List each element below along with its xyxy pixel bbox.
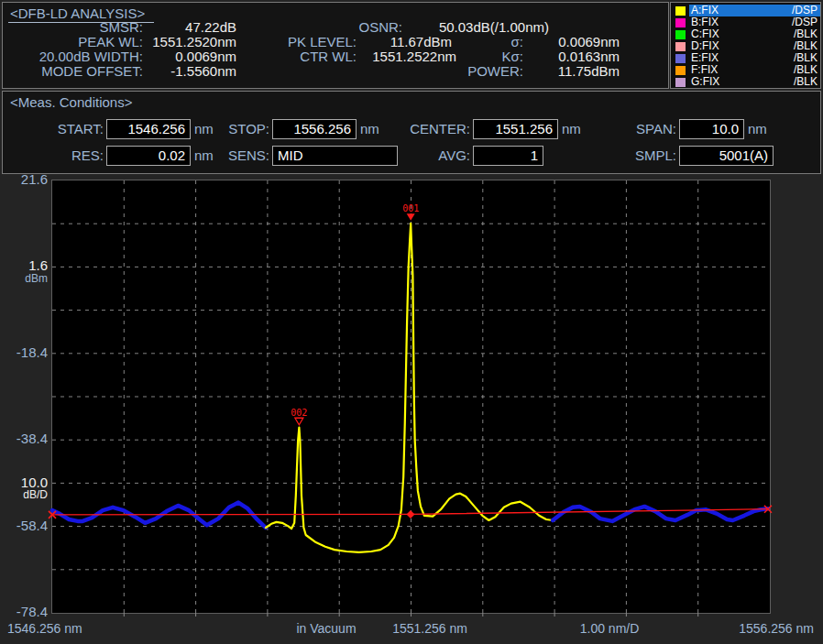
trace-name: G:FIX <box>691 76 719 88</box>
start-label: START: <box>28 119 104 139</box>
analysis-item-label: SMSR: <box>10 20 143 35</box>
trace-legend: A:FIX/DSP B:FIX/DSP C:FIX/BLK D:FIX/BLK … <box>670 2 821 89</box>
svg-text:001: 001 <box>402 203 419 213</box>
sens-label: SENS: <box>186 146 269 166</box>
analysis-item-value: 11.67dBm <box>358 35 452 49</box>
smpl-label: SMPL: <box>608 146 676 166</box>
span-label: SPAN: <box>608 119 676 139</box>
y-axis-tick-label: 21.6 <box>0 172 48 186</box>
analysis-item-value: -1.5560nm <box>145 64 236 79</box>
y-axis-tick-label: -78.4 <box>0 605 48 618</box>
analysis-item-value: 11.75dBm <box>528 64 620 79</box>
analysis-item-label: POWER: <box>461 64 523 79</box>
x-axis-stop-label: 1556.256 nm <box>711 621 814 636</box>
svg-text:002: 002 <box>291 408 307 418</box>
y-axis-tick-label: -38.4 <box>0 431 48 445</box>
analysis-item-label: 20.00dB WIDTH: <box>10 49 143 64</box>
stop-label: STOP: <box>186 119 269 139</box>
dfb-analysis-panel: <DFB-LD ANALYSIS> SMSR: 47.22dB PEAK WL:… <box>2 2 669 89</box>
y-axis-tick-label: -18.4 <box>0 345 48 359</box>
avg-input[interactable]: 1 <box>473 146 543 166</box>
meas-conditions-panel: <Meas. Conditions> START: 1546.256 nm ST… <box>2 91 821 174</box>
meas-conditions-title: <Meas. Conditions> <box>8 94 141 111</box>
in-vacuum-label: in Vacuum <box>275 621 378 636</box>
center-input[interactable]: 1551.256 <box>473 119 558 139</box>
stop-unit: nm <box>360 119 379 139</box>
analysis-item-label: PK LEVEL: <box>259 35 357 49</box>
spectrum-plot: 001002 <box>51 180 771 614</box>
analysis-item-value: 0.0163nm <box>528 49 620 64</box>
res-label: RES: <box>28 146 104 166</box>
center-unit: nm <box>562 119 581 139</box>
x-axis-scale-label: 1.00 nm/D <box>558 621 661 636</box>
trace-f-color-swatch <box>675 66 686 75</box>
analysis-item-label: CTR WL: <box>259 49 357 64</box>
avg-label: AVG: <box>395 146 470 166</box>
start-input[interactable]: 1546.256 <box>106 119 191 139</box>
trace-a-color-swatch <box>675 6 686 16</box>
y-axis-tick-label: 10.0 <box>0 475 48 489</box>
span-unit: nm <box>748 119 767 139</box>
y-axis-tick-label: dBm <box>0 272 48 286</box>
trace-b-color-swatch <box>675 18 686 27</box>
analysis-item-value: 50.03dB(/1.00nm) <box>404 20 549 35</box>
y-axis-tick-label: dB/D <box>0 488 48 502</box>
analysis-item-label: σ: <box>461 35 523 49</box>
analysis-item-value: 1551.2522nm <box>358 49 456 64</box>
y-axis-tick-label: -58.4 <box>0 518 48 532</box>
spectrum-trace-canvas: 001002 <box>52 180 770 613</box>
trace-c-color-swatch <box>675 30 686 39</box>
x-axis-start-label: 1546.256 nm <box>7 621 82 636</box>
analysis-item-value: 1551.2520nm <box>145 35 236 49</box>
smpl-input[interactable]: 5001(A) <box>679 146 774 166</box>
legend-row-trace-g[interactable]: G:FIX/BLK <box>671 76 820 88</box>
analysis-item-value: 0.0069nm <box>145 49 236 64</box>
span-input[interactable]: 10.0 <box>679 119 744 139</box>
analysis-item-label: PEAK WL: <box>10 35 143 49</box>
trace-g-color-swatch <box>675 78 686 87</box>
x-axis-center-label: 1551.256 nm <box>379 621 481 636</box>
analysis-item-label: MODE OFFSET: <box>10 64 143 79</box>
analysis-item-value: 47.22dB <box>145 20 236 35</box>
analysis-item-label: Kσ: <box>461 49 523 64</box>
analysis-item-value: 0.0069nm <box>528 35 620 49</box>
trace-d-color-swatch <box>675 42 686 51</box>
sens-input[interactable]: MID <box>272 146 398 166</box>
stop-input[interactable]: 1556.256 <box>272 119 357 139</box>
trace-e-color-swatch <box>675 54 686 63</box>
res-input[interactable]: 0.02 <box>106 146 191 166</box>
center-label: CENTER: <box>395 119 470 139</box>
analysis-item-label: OSNR: <box>305 20 402 35</box>
trace-mode: /BLK <box>794 76 818 88</box>
y-axis-tick-label: 1.6 <box>0 258 48 272</box>
